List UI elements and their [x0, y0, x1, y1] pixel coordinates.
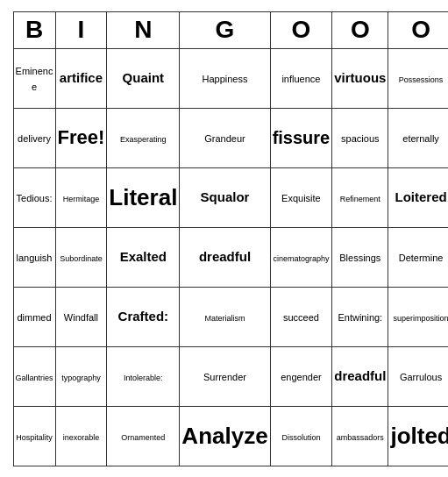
cell-text: Happiness	[203, 74, 248, 84]
cell-r4-c4: succeed	[270, 287, 332, 346]
cell-r2-c3: Squalor	[180, 167, 270, 227]
cell-r5-c3: Surrender	[180, 346, 270, 406]
cell-r2-c4: Exquisite	[270, 167, 332, 227]
cell-r2-c2: Literal	[107, 167, 180, 227]
cell-text: Exasperating	[120, 135, 167, 144]
cell-text: Hospitality	[16, 433, 53, 442]
cell-r2-c1: Hermitage	[55, 167, 107, 227]
cell-text: Determine	[399, 253, 444, 263]
cell-r0-c4: influence	[270, 48, 332, 108]
cell-r4-c6: superimposition	[388, 287, 448, 346]
cell-text: fissure	[273, 128, 331, 147]
cell-r2-c0: Tedious:	[13, 167, 55, 227]
cell-text: Loitered	[395, 189, 446, 204]
bingo-header-N: N	[107, 11, 180, 48]
cell-r4-c5: Entwining:	[332, 287, 388, 346]
cell-text: Eminence	[16, 66, 53, 92]
bingo-header-B: B	[13, 11, 55, 48]
cell-r6-c6: jolted	[388, 406, 448, 466]
bingo-card: BINGOOO EminenceartificeQuaintHappinessi…	[10, 8, 439, 470]
cell-text: Squalor	[201, 189, 250, 204]
bingo-header-I: I	[55, 11, 107, 48]
cell-r0-c1: artifice	[55, 48, 107, 108]
cell-r0-c3: Happiness	[180, 48, 270, 108]
cell-text: Intolerable:	[124, 374, 163, 382]
cell-text: typography	[61, 374, 101, 382]
cell-text: cinematography	[273, 254, 329, 263]
cell-r1-c6: eternally	[388, 108, 448, 167]
bingo-header-O: O	[270, 11, 332, 48]
cell-r6-c3: Analyze	[180, 406, 270, 466]
cell-r6-c5: ambassadors	[332, 406, 388, 466]
cell-r0-c5: virtuous	[332, 48, 388, 108]
cell-r1-c2: Exasperating	[107, 108, 180, 167]
cell-text: Garrulous	[400, 372, 442, 382]
cell-text: dreadful	[199, 249, 251, 264]
cell-text: Exquisite	[281, 193, 321, 203]
cell-text: ambassadors	[337, 433, 384, 442]
cell-text: Subordinate	[60, 254, 103, 263]
cell-text: Dissolution	[281, 433, 320, 442]
cell-text: Windfall	[64, 312, 98, 323]
cell-r2-c6: Loitered	[388, 167, 448, 227]
cell-r4-c3: Materialism	[180, 287, 270, 346]
cell-r3-c6: Determine	[388, 227, 448, 287]
cell-text: influence	[281, 74, 320, 84]
cell-r1-c3: Grandeur	[180, 108, 270, 167]
cell-r3-c4: cinematography	[270, 227, 332, 287]
cell-r3-c1: Subordinate	[55, 227, 107, 287]
cell-text: artifice	[60, 70, 103, 85]
cell-r6-c4: Dissolution	[270, 406, 332, 466]
cell-text: Blessings	[339, 253, 380, 263]
cell-r4-c1: Windfall	[55, 287, 107, 346]
cell-r5-c2: Intolerable:	[107, 346, 180, 406]
cell-r5-c6: Garrulous	[388, 346, 448, 406]
cell-text: Materialism	[204, 314, 245, 323]
cell-text: Refinement	[340, 195, 380, 203]
bingo-header-O: O	[332, 11, 388, 48]
cell-text: inexorable	[63, 433, 100, 442]
cell-text: Ornamented	[121, 433, 165, 442]
cell-text: Free!	[58, 126, 105, 148]
cell-text: Tedious:	[17, 193, 53, 203]
cell-text: engender	[281, 372, 322, 382]
cell-r6-c0: Hospitality	[13, 406, 55, 466]
bingo-header-G: G	[180, 11, 270, 48]
cell-r5-c4: engender	[270, 346, 332, 406]
cell-text: Possessions	[399, 75, 444, 84]
cell-r3-c3: dreadful	[180, 227, 270, 287]
cell-r4-c0: dimmed	[13, 287, 55, 346]
cell-r6-c1: inexorable	[55, 406, 107, 466]
cell-text: Grandeur	[204, 133, 245, 144]
cell-text: spacious	[341, 133, 379, 144]
cell-text: Hermitage	[63, 195, 100, 203]
cell-text: Literal	[109, 184, 177, 210]
cell-text: Exalted	[120, 249, 167, 264]
cell-text: Entwining:	[338, 312, 382, 323]
bingo-header-O: O	[388, 11, 448, 48]
cell-r1-c5: spacious	[332, 108, 388, 167]
cell-r3-c5: Blessings	[332, 227, 388, 287]
cell-text: eternally	[402, 133, 439, 144]
cell-r5-c1: typography	[55, 346, 107, 406]
cell-text: dimmed	[17, 312, 51, 323]
cell-text: jolted	[390, 423, 448, 449]
cell-r1-c0: delivery	[13, 108, 55, 167]
cell-r3-c2: Exalted	[107, 227, 180, 287]
cell-text: Gallantries	[16, 374, 53, 382]
cell-r1-c4: fissure	[270, 108, 332, 167]
cell-text: Crafted:	[118, 309, 169, 324]
cell-r1-c1: Free!	[55, 108, 107, 167]
cell-r2-c5: Refinement	[332, 167, 388, 227]
cell-text: Surrender	[203, 372, 246, 382]
cell-text: Quaint	[123, 70, 165, 85]
cell-text: delivery	[18, 133, 51, 144]
cell-r3-c0: languish	[13, 227, 55, 287]
cell-text: languish	[17, 253, 53, 263]
cell-text: succeed	[283, 312, 319, 323]
cell-r5-c5: dreadful	[332, 346, 388, 406]
bingo-table: BINGOOO EminenceartificeQuaintHappinessi…	[13, 11, 449, 466]
cell-r4-c2: Crafted:	[107, 287, 180, 346]
cell-text: Analyze	[181, 423, 267, 449]
cell-text: virtuous	[334, 70, 386, 85]
